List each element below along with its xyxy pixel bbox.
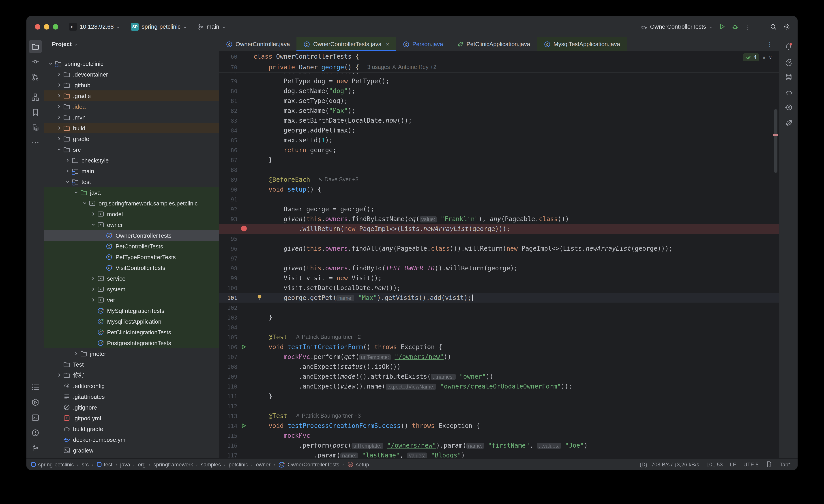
- code-line-92[interactable]: 92 Owner george = george();: [219, 204, 779, 214]
- code-line-110[interactable]: 110 .andExpect(view().name(expectedViewN…: [219, 381, 779, 391]
- chevron-right-icon[interactable]: [90, 212, 97, 216]
- code-line-86[interactable]: 86 return george;: [219, 145, 779, 155]
- code-line-107[interactable]: 107 mockMvc.perform(get(urlTemplate: "/o…: [219, 352, 779, 362]
- terminal-icon[interactable]: [29, 411, 42, 424]
- code-line-102[interactable]: 102: [219, 302, 779, 312]
- breadcrumb-src[interactable]: src: [82, 461, 89, 468]
- chevron-right-icon[interactable]: [73, 351, 80, 356]
- tree-item-PetTypeFormatterTests[interactable]: CPetTypeFormatterTests: [44, 252, 219, 262]
- editor-tab-Person.java[interactable]: CPerson.java: [396, 37, 450, 51]
- tree-item-src[interactable]: src: [44, 144, 219, 155]
- chevron-right-icon[interactable]: [56, 136, 63, 141]
- tree-item-OwnerControllerTests[interactable]: COwnerControllerTests: [44, 230, 219, 241]
- inline-annotation[interactable]: Dave Syer +3: [318, 176, 358, 182]
- tree-item-.gradle[interactable]: .gradle: [44, 91, 219, 101]
- breadcrumb-springframework[interactable]: springframework: [153, 461, 193, 468]
- chevron-right-icon[interactable]: [56, 94, 63, 98]
- chevron-right-icon[interactable]: [90, 287, 97, 291]
- tree-item-jmeter[interactable]: jmeter: [44, 348, 219, 359]
- settings-button[interactable]: [783, 23, 791, 30]
- breadcrumb-owner[interactable]: owner: [256, 461, 271, 468]
- tree-item-system[interactable]: system: [44, 284, 219, 294]
- chevron-right-icon[interactable]: [64, 169, 71, 173]
- inline-annotation[interactable]: Patrick Baumgartner +3: [296, 413, 361, 419]
- tree-item-service[interactable]: service: [44, 273, 219, 284]
- code-line-103[interactable]: 103 }: [219, 312, 779, 322]
- tree-item-Test[interactable]: Test: [44, 359, 219, 370]
- bookmarks-icon[interactable]: [29, 106, 42, 119]
- tree-item-checkstyle[interactable]: checkstyle: [44, 155, 219, 166]
- code-line-80[interactable]: 80 dog.setName("dog");: [219, 86, 779, 96]
- tree-item-.gitignore[interactable]: .gitignore: [44, 402, 219, 413]
- commit-icon[interactable]: [29, 55, 42, 69]
- code-line-81[interactable]: 81 max.setType(dog);: [219, 96, 779, 106]
- tree-item-gradlew.bat[interactable]: gradlew.bat: [44, 456, 219, 458]
- tree-item-gradlew[interactable]: gradlew: [44, 445, 219, 456]
- spring-icon[interactable]: [782, 116, 795, 129]
- debug-button[interactable]: [732, 23, 738, 30]
- breadcrumb-test[interactable]: test: [97, 461, 112, 468]
- tree-item-spring-petclinic[interactable]: spring-petclinic: [44, 58, 219, 69]
- code-line-108[interactable]: 108 .andExpect(status().isOk()): [219, 362, 779, 372]
- database-icon[interactable]: [782, 70, 795, 84]
- services-icon[interactable]: [29, 396, 42, 409]
- chevron-down-icon[interactable]: [90, 223, 97, 227]
- file-settings[interactable]: [766, 461, 772, 468]
- pull-request-icon[interactable]: [29, 70, 42, 84]
- project-widget[interactable]: SP spring-petclinic ⌄: [131, 23, 187, 31]
- tree-item-.devcontainer[interactable]: .devcontainer: [44, 69, 219, 80]
- code-line-97[interactable]: 97: [219, 253, 779, 263]
- code-line-106[interactable]: 106 void testInitCreationForm() throws E…: [219, 342, 779, 352]
- code-line-115[interactable]: 115 mockMvc: [219, 430, 779, 440]
- ai-assistant-icon[interactable]: [782, 55, 795, 69]
- chevron-down-icon[interactable]: [47, 61, 54, 66]
- run-test-icon[interactable]: [241, 344, 246, 350]
- editor-tab-PetClinicApplication.java[interactable]: PetClinicApplication.java: [450, 37, 537, 51]
- code-line-113[interactable]: 113 @TestPatrick Baumgartner +3: [219, 411, 779, 421]
- code-line-93[interactable]: 93 given(this.owners.findByLastName(eq(v…: [219, 214, 779, 224]
- breadcrumb-java[interactable]: java: [120, 461, 130, 468]
- breadcrumb-org[interactable]: org: [138, 461, 146, 468]
- todo-list-icon[interactable]: [29, 380, 42, 394]
- chevron-down-icon[interactable]: [73, 190, 80, 195]
- chevron-right-icon[interactable]: [56, 104, 63, 109]
- caret-position[interactable]: 101:53: [706, 461, 723, 468]
- code-line-105[interactable]: 105 @TestPatrick Baumgartner +2: [219, 332, 779, 342]
- chevron-right-icon[interactable]: [64, 158, 71, 162]
- code-line-112[interactable]: 112: [219, 401, 779, 411]
- project-view-selector[interactable]: Project ⌄: [44, 37, 219, 51]
- tree-item-MysqlTestApplication[interactable]: CMysqlTestApplication: [44, 316, 219, 327]
- database-frame-icon[interactable]: [29, 121, 42, 134]
- tree-item-docker-compose.yml[interactable]: docker-compose.yml: [44, 434, 219, 445]
- next-problem-button[interactable]: ∨: [769, 55, 772, 60]
- tree-item-gradle[interactable]: gradle: [44, 133, 219, 144]
- editor-tab-OwnerControllerTests.java[interactable]: COwnerControllerTests.java×: [297, 37, 396, 51]
- editor-tab-OwnerController.java[interactable]: COwnerController.java: [219, 37, 297, 51]
- macos-window-controls[interactable]: [35, 24, 58, 29]
- code-line-94[interactable]: .willReturn(new PageImpl<>(Lists.newArra…: [219, 224, 779, 234]
- tree-item-vet[interactable]: vet: [44, 294, 219, 305]
- chevron-right-icon[interactable]: [90, 276, 97, 281]
- tree-item-test[interactable]: test: [44, 176, 219, 187]
- chevron-right-icon[interactable]: [56, 72, 63, 77]
- code-line-89[interactable]: 89 @BeforeEachDave Syer +3: [219, 174, 779, 184]
- code-line-91[interactable]: 91: [219, 194, 779, 204]
- more-icon[interactable]: [29, 136, 42, 149]
- tree-item-VisitControllerTests[interactable]: CVisitControllerTests: [44, 262, 219, 273]
- tree-item-.idea[interactable]: .idea: [44, 101, 219, 112]
- code-line-84[interactable]: 84 george.addPet(max);: [219, 125, 779, 135]
- editor[interactable]: 78 Pet max = new Pet();79 PetType dog = …: [219, 51, 779, 458]
- code-line-88[interactable]: 88: [219, 165, 779, 174]
- project-folder-icon[interactable]: [29, 40, 42, 53]
- chevron-right-icon[interactable]: [56, 115, 63, 120]
- code-line-117[interactable]: 117 .param(name: "lastName", values: "Bl…: [219, 450, 779, 458]
- remote-host-widget[interactable]: >_ 10.128.92.68 ⌄: [69, 23, 120, 31]
- breadcrumb-OwnerControllerTests[interactable]: COwnerControllerTests: [278, 461, 339, 468]
- tree-item-java[interactable]: java: [44, 187, 219, 198]
- run-test-icon[interactable]: [241, 423, 246, 428]
- code-line-100[interactable]: 100 visit.setDate(LocalDate.now());: [219, 283, 779, 293]
- inspections-widget[interactable]: 4 ∧ ∨: [743, 53, 772, 61]
- chevron-down-icon[interactable]: [56, 147, 63, 152]
- git-branch-icon[interactable]: [29, 442, 42, 455]
- encoding[interactable]: UTF-8: [743, 461, 758, 468]
